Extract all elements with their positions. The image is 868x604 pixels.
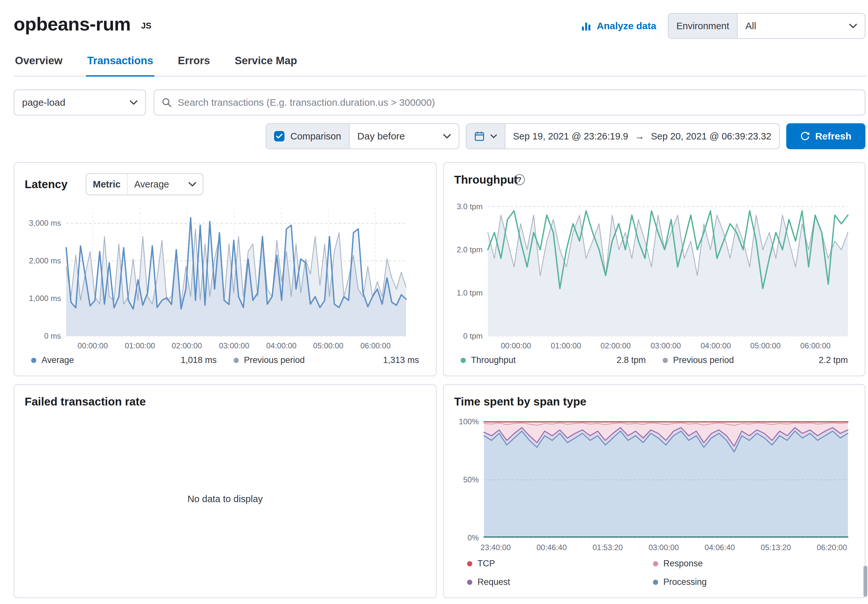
svg-text:00:00:00: 00:00:00: [501, 341, 531, 350]
svg-text:00:00:00: 00:00:00: [78, 341, 108, 350]
legend-item-tcp[interactable]: TCP: [467, 559, 653, 568]
refresh-icon: [800, 132, 810, 141]
time-spent-chart[interactable]: 100%50%0%23:40:0000:46:4001:53:2003:00:0…: [454, 411, 854, 553]
transaction-type-value: page-load: [22, 97, 65, 108]
svg-text:06:00:00: 06:00:00: [360, 341, 391, 350]
legend-item-throughput[interactable]: Throughput: [460, 355, 516, 365]
throughput-legend: Throughput 2.8 tpm Previous period 2.2 t…: [454, 351, 854, 365]
date-range-start[interactable]: Sep 19, 2021 @ 23:26:19.9: [513, 131, 628, 142]
search-icon: [161, 97, 172, 108]
legend-item-previous-period[interactable]: Previous period: [663, 355, 734, 365]
svg-text:06:00:00: 06:00:00: [800, 341, 830, 350]
service-header: opbeans-rum JS Analyze data Environment …: [0, 0, 868, 39]
comparison-checkbox[interactable]: [274, 131, 284, 141]
date-picker-menu-button[interactable]: [467, 124, 505, 149]
metric-label: Metric: [86, 174, 127, 195]
legend-value-previous-period: 2.2 tpm: [819, 355, 848, 365]
environment-select[interactable]: All: [738, 14, 865, 38]
legend-dot: [663, 358, 668, 363]
latency-chart[interactable]: 3,000 ms2,000 ms1,000 ms0 ms00:00:0001:0…: [25, 198, 426, 351]
chevron-down-icon: [849, 24, 857, 28]
svg-text:04:06:40: 04:06:40: [705, 543, 735, 552]
tab-transactions[interactable]: Transactions: [86, 47, 155, 77]
tab-bar: Overview Transactions Errors Service Map: [14, 47, 867, 77]
legend-label: Response: [663, 559, 703, 568]
legend-item-processing[interactable]: Processing: [653, 577, 839, 587]
tab-service-map[interactable]: Service Map: [233, 47, 298, 76]
environment-label: Environment: [668, 14, 738, 38]
analyze-data-link[interactable]: Analyze data: [581, 20, 656, 31]
latency-legend: Average 1,018 ms Previous period 1,313 m…: [25, 351, 426, 365]
comparison-label: Comparison: [290, 131, 341, 142]
legend-item-average[interactable]: Average: [31, 355, 74, 365]
svg-text:00:46:40: 00:46:40: [536, 543, 567, 552]
svg-text:2,000 ms: 2,000 ms: [29, 256, 61, 265]
arrow-right-icon: →: [635, 131, 645, 142]
svg-text:1,000 ms: 1,000 ms: [29, 294, 61, 303]
chevron-down-icon: [443, 134, 451, 138]
svg-text:03:00:00: 03:00:00: [219, 341, 249, 350]
legend-dot: [460, 358, 466, 363]
legend-label: Request: [477, 577, 510, 587]
comparison-select[interactable]: Day before: [350, 124, 459, 149]
legend-item-request[interactable]: Request: [467, 577, 653, 587]
svg-text:0 ms: 0 ms: [44, 331, 61, 340]
refresh-label: Refresh: [815, 131, 851, 142]
check-icon: [276, 133, 283, 139]
svg-text:05:13:20: 05:13:20: [761, 543, 791, 552]
page-title: opbeans-rum: [14, 13, 131, 35]
failed-rate-title: Failed transaction rate: [25, 395, 146, 408]
help-icon[interactable]: ?: [514, 174, 525, 185]
legend-item-response[interactable]: Response: [653, 559, 839, 568]
legend-label: Processing: [663, 577, 707, 587]
svg-text:0 tpm: 0 tpm: [463, 331, 483, 340]
svg-text:50%: 50%: [463, 475, 479, 484]
svg-text:3,000 ms: 3,000 ms: [29, 218, 61, 228]
latency-title: Latency: [25, 178, 67, 191]
legend-value-average: 1,018 ms: [181, 355, 217, 365]
comparison-value: Day before: [358, 131, 405, 142]
calendar-icon: [474, 131, 485, 141]
svg-text:01:00:00: 01:00:00: [125, 341, 155, 350]
svg-text:05:00:00: 05:00:00: [750, 341, 780, 350]
chevron-down-icon: [130, 100, 138, 105]
tab-overview[interactable]: Overview: [14, 47, 64, 76]
svg-text:2.0 tpm: 2.0 tpm: [457, 245, 483, 254]
svg-text:04:00:00: 04:00:00: [266, 341, 296, 350]
legend-dot: [234, 358, 239, 363]
page-scrollbar[interactable]: [863, 566, 867, 597]
svg-text:02:00:00: 02:00:00: [172, 341, 202, 350]
legend-dot: [653, 561, 658, 566]
throughput-chart[interactable]: 3.0 tpm2.0 tpm1.0 tpm0 tpm00:00:0001:00:…: [454, 189, 854, 351]
legend-dot: [653, 580, 658, 585]
svg-text:03:00:00: 03:00:00: [651, 341, 681, 350]
date-range-end[interactable]: Sep 20, 2021 @ 06:39:23.32: [651, 131, 771, 142]
svg-text:01:00:00: 01:00:00: [551, 341, 581, 350]
latency-panel: Latency Metric Average 3,000 ms2,000 ms1…: [14, 162, 437, 376]
time-spent-legend: TCP Response Request Processing: [454, 553, 854, 587]
transaction-type-select[interactable]: page-load: [14, 90, 146, 116]
bar-chart-icon: [581, 21, 592, 31]
tab-errors[interactable]: Errors: [177, 47, 211, 76]
refresh-button[interactable]: Refresh: [786, 123, 865, 149]
analyze-data-label: Analyze data: [597, 20, 656, 31]
legend-label: Throughput: [471, 355, 516, 365]
svg-text:05:00:00: 05:00:00: [313, 341, 343, 350]
date-range-picker: Sep 19, 2021 @ 23:26:19.9 → Sep 20, 2021…: [466, 123, 780, 149]
search-input[interactable]: [154, 90, 865, 116]
legend-value-throughput: 2.8 tpm: [617, 355, 646, 365]
legend-label: Previous period: [244, 355, 305, 365]
comparison-toggle[interactable]: Comparison: [266, 124, 349, 149]
latency-metric-select[interactable]: Metric Average: [86, 173, 203, 195]
failed-transaction-rate-panel: Failed transaction rate No data to displ…: [14, 384, 437, 598]
legend-item-previous-period[interactable]: Previous period: [234, 355, 305, 365]
svg-text:02:00:00: 02:00:00: [600, 341, 631, 350]
svg-text:100%: 100%: [459, 417, 479, 426]
metric-value: Average: [134, 179, 169, 190]
legend-label: Average: [42, 355, 74, 365]
svg-text:3.0 tpm: 3.0 tpm: [457, 202, 483, 211]
throughput-title: Throughput: [454, 173, 518, 186]
legend-value-previous-period: 1,313 ms: [383, 355, 419, 365]
no-data-message: No data to display: [25, 411, 426, 587]
environment-filter: Environment All: [668, 13, 865, 39]
